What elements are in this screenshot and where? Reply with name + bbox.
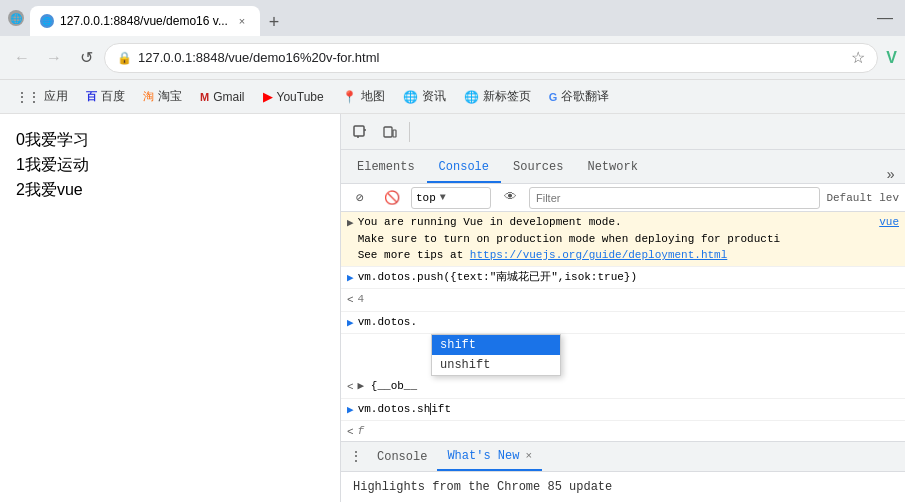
dotos-arrow: ▶ <box>347 314 354 332</box>
whats-new-text: Highlights from the Chrome 85 update <box>353 480 612 494</box>
item-0-text: 我爱学习 <box>25 131 89 148</box>
baidu-icon: 百 <box>86 89 97 104</box>
console-input-dotos: ▶ vm.dotos. <box>341 312 905 335</box>
list-item-1: 1我爱运动 <box>16 155 324 176</box>
bookmark-taobao-label: 淘宝 <box>158 88 182 105</box>
forward-button[interactable]: → <box>40 44 68 72</box>
default-level-label: Default lev <box>826 192 899 204</box>
bookmark-baidu-label: 百度 <box>101 88 125 105</box>
stop-recording-button[interactable]: 🚫 <box>379 185 405 211</box>
tab-close-button[interactable]: × <box>234 13 250 29</box>
result-4-arrow: < <box>347 291 354 309</box>
whats-new-panel: Highlights from the Chrome 85 update <box>341 471 905 502</box>
item-1-prefix: 1 <box>16 156 25 173</box>
devtools-toolbar <box>341 114 905 150</box>
execution-context-arrow: ▼ <box>440 192 446 203</box>
reload-button[interactable]: ↺ <box>72 44 100 72</box>
bookmark-translate-label: 谷歌翻译 <box>561 88 609 105</box>
tab-console[interactable]: Console <box>427 153 501 183</box>
expand-ob-text: ▶ {__ob__ <box>358 378 899 395</box>
vuejs-extension-icon[interactable]: V <box>886 49 897 67</box>
bookmark-gmail-label: Gmail <box>213 90 244 104</box>
taobao-icon: 淘 <box>143 89 154 104</box>
bookmark-maps[interactable]: 📍 地图 <box>334 85 393 109</box>
shift-text: vm.dotos.shift <box>358 401 899 418</box>
translate-icon: G <box>549 91 558 103</box>
more-tabs-button[interactable]: » <box>881 167 901 183</box>
bottom-tab-whats-new[interactable]: What's New × <box>437 443 542 471</box>
bookmark-youtube[interactable]: ▶ YouTube <box>255 85 332 109</box>
warning-source[interactable]: vue <box>879 214 899 231</box>
bookmark-apps[interactable]: ⋮⋮ 应用 <box>8 85 76 109</box>
warning-text: You are running Vue in development mode.… <box>358 214 880 264</box>
console-expand-ob: < ▶ {__ob__ <box>341 376 905 399</box>
devtools-tabs: Elements Console Sources Network » <box>341 150 905 184</box>
eye-button[interactable]: 👁 <box>497 185 523 211</box>
autocomplete-unshift[interactable]: unshift <box>432 355 560 375</box>
autocomplete-popup: shift unshift <box>431 334 561 376</box>
new-tab-button[interactable]: + <box>260 8 288 36</box>
bookmark-translate[interactable]: G 谷歌翻译 <box>541 85 618 109</box>
devtools-panel: Elements Console Sources Network » ⊘ 🚫 t… <box>340 114 905 502</box>
tab-elements[interactable]: Elements <box>345 153 427 183</box>
item-0-prefix: 0 <box>16 131 25 148</box>
item-2-text: 我爱vue <box>25 181 83 198</box>
console-output: ▶ You are running Vue in development mod… <box>341 212 905 441</box>
tab-favicon-icon: 🌐 <box>40 14 54 28</box>
page-content: 0我爱学习 1我爱运动 2我爱vue <box>0 114 340 502</box>
autocomplete-shift[interactable]: shift <box>432 335 560 355</box>
bookmark-star-icon[interactable]: ☆ <box>851 48 865 67</box>
youtube-icon: ▶ <box>263 89 273 104</box>
minimize-button[interactable]: — <box>873 5 897 31</box>
bottom-menu-icon[interactable]: ⋮ <box>345 448 367 465</box>
list-item-0: 0我爱学习 <box>16 130 324 151</box>
bookmark-news[interactable]: 🌐 资讯 <box>395 85 454 109</box>
bookmark-maps-label: 地图 <box>361 88 385 105</box>
nav-bar: ← → ↺ 🔒 127.0.0.1:8848/vue/demo16%20v-fo… <box>0 36 905 80</box>
address-url: 127.0.0.1:8848/vue/demo16%20v-for.html <box>138 50 845 65</box>
responsive-design-button[interactable] <box>377 119 403 145</box>
console-warning-msg: ▶ You are running Vue in development mod… <box>341 212 905 267</box>
page-list: 0我爱学习 1我爱运动 2我爱vue <box>16 130 324 201</box>
console-input-shift: ▶ vm.dotos.shift <box>341 399 905 422</box>
item-2-prefix: 2 <box>16 181 25 198</box>
svg-rect-4 <box>393 130 396 137</box>
bookmark-newtab[interactable]: 🌐 新标签页 <box>456 85 539 109</box>
execution-context-select[interactable]: top ▼ <box>411 187 491 209</box>
expand-ob-arrow[interactable]: < <box>347 378 354 396</box>
shift-arrow: ▶ <box>347 401 354 419</box>
tab-network[interactable]: Network <box>575 153 649 183</box>
back-button[interactable]: ← <box>8 44 36 72</box>
bottom-tab-console[interactable]: Console <box>367 443 437 471</box>
console-result-f: < f <box>341 421 905 441</box>
console-input-push: ▶ vm.dotos.push({text:"南城花已开",isok:true}… <box>341 267 905 290</box>
main-area: 0我爱学习 1我爱运动 2我爱vue <box>0 114 905 502</box>
console-result-4: < 4 <box>341 289 905 312</box>
whats-new-close-button[interactable]: × <box>525 450 532 462</box>
address-bar[interactable]: 🔒 127.0.0.1:8848/vue/demo16%20v-for.html… <box>104 43 878 73</box>
bookmark-youtube-label: YouTube <box>277 90 324 104</box>
active-tab[interactable]: 🌐 127.0.0.1:8848/vue/demo16 v... × <box>30 6 260 36</box>
clear-console-button[interactable]: ⊘ <box>347 185 373 211</box>
execution-context-label: top <box>416 192 436 204</box>
tab-bar: 🌐 127.0.0.1:8848/vue/demo16 v... × + <box>30 0 867 36</box>
news-icon: 🌐 <box>403 90 418 104</box>
list-item-2: 2我爱vue <box>16 180 324 201</box>
inspect-element-button[interactable] <box>347 119 373 145</box>
filter-input[interactable] <box>529 187 820 209</box>
tab-favicon: 🌐 <box>8 10 24 26</box>
bookmarks-bar: ⋮⋮ 应用 百 百度 淘 淘宝 M Gmail ▶ YouTube 📍 地图 🌐… <box>0 80 905 114</box>
bookmark-newtab-label: 新标签页 <box>483 88 531 105</box>
warning-arrow[interactable]: ▶ <box>347 214 354 232</box>
svg-rect-0 <box>354 126 364 136</box>
bookmark-baidu[interactable]: 百 百度 <box>78 85 133 109</box>
expand-ob-triangle[interactable]: ▶ <box>358 380 365 392</box>
bookmark-gmail[interactable]: M Gmail <box>192 85 253 109</box>
bottom-console-label: Console <box>377 450 427 464</box>
deployment-link[interactable]: https://vuejs.org/guide/deployment.html <box>470 249 727 261</box>
dotos-text: vm.dotos. <box>358 314 899 331</box>
tab-title: 127.0.0.1:8848/vue/demo16 v... <box>60 14 228 28</box>
bottom-whats-new-label: What's New <box>447 449 519 463</box>
tab-sources[interactable]: Sources <box>501 153 575 183</box>
bookmark-taobao[interactable]: 淘 淘宝 <box>135 85 190 109</box>
